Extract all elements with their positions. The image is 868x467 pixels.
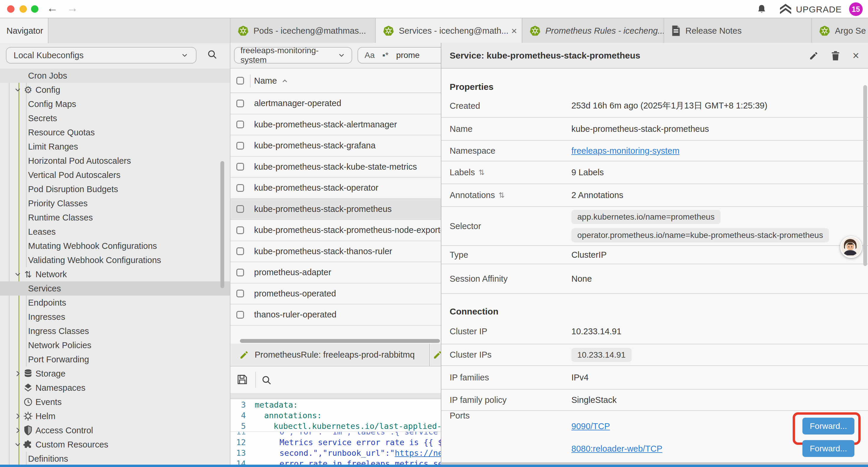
table-body: alertmanager-operatedkube-prometheus-sta… <box>230 93 441 326</box>
editor-tab-clipped[interactable] <box>430 344 441 366</box>
sidebar-item-storage[interactable]: Storage <box>0 367 230 381</box>
avatar[interactable] <box>840 236 862 258</box>
sidebar-item-cron-jobs[interactable]: Cron Jobs <box>0 68 230 83</box>
sidebar-item-port-forwarding[interactable]: Port Forwarding <box>0 352 230 367</box>
table-row-prometheus-adapter[interactable]: prometheus-adapter <box>230 262 441 284</box>
close-icon[interactable]: × <box>852 49 859 62</box>
table-row-prometheus-operated[interactable]: prometheus-operated <box>230 284 441 305</box>
table-row-kube-prometheus-stack-prometheus-node-exporter[interactable]: kube-prometheus-stack-prometheus-node-ex… <box>230 220 441 241</box>
table-row-thanos-ruler-operated[interactable]: thanos-ruler-operated <box>230 304 441 326</box>
detail-scrollbar[interactable] <box>863 85 867 266</box>
row-checkbox[interactable] <box>236 311 244 319</box>
sort-toggle-icon[interactable]: ⇅ <box>478 168 485 177</box>
tab-services-icecheng-math[interactable]: Services - icecheng@math...× <box>376 18 522 43</box>
search-icon[interactable] <box>207 49 217 60</box>
chevron-down-icon[interactable] <box>13 440 23 449</box>
sidebar-item-namespaces[interactable]: Namespaces <box>0 381 230 395</box>
horizontal-scrollbar[interactable] <box>240 339 440 343</box>
forward-button[interactable]: Forward... <box>802 440 855 457</box>
yaml-editor[interactable]: 3metadata:4annotations:5kubectl.kubernet… <box>230 400 441 467</box>
forward-button[interactable]: Forward... <box>802 418 855 435</box>
row-checkbox[interactable] <box>236 247 244 255</box>
detail-row-name: Namekube-prometheus-stack-prometheus <box>441 118 868 141</box>
sidebar-item-ingresses[interactable]: Ingresses <box>0 310 230 324</box>
sidebar-item-events[interactable]: Events <box>0 395 230 409</box>
table-row-kube-prometheus-stack-operator[interactable]: kube-prometheus-stack-operator <box>230 178 441 199</box>
sidebar-item-network[interactable]: ⇅Network <box>0 267 230 282</box>
sidebar-item-config-maps[interactable]: Config Maps <box>0 97 230 111</box>
sidebar-item-horizontal-pod-autoscalers[interactable]: Horizontal Pod Autoscalers <box>0 154 230 168</box>
chevron-down-icon[interactable] <box>13 270 23 279</box>
row-checkbox[interactable] <box>236 163 244 171</box>
case-sensitive-toggle[interactable]: Aa <box>365 51 375 60</box>
sidebar-item-endpoints[interactable]: Endpoints <box>0 296 230 310</box>
notification-badge[interactable]: 15 <box>849 2 863 16</box>
kubeconfig-selector[interactable]: Local Kubeconfigs <box>6 47 196 63</box>
table-row-kube-prometheus-stack-thanos-ruler[interactable]: kube-prometheus-stack-thanos-ruler <box>230 241 441 262</box>
row-checkbox[interactable] <box>236 121 244 128</box>
sidebar-item-access-control[interactable]: Access Control <box>0 423 230 437</box>
traffic-minimize-button[interactable] <box>20 5 27 13</box>
chevron-right-icon[interactable] <box>13 426 23 435</box>
sidebar-item-definitions[interactable]: Definitions <box>0 451 230 466</box>
row-checkbox[interactable] <box>236 226 244 234</box>
sidebar-item-secrets[interactable]: Secrets <box>0 111 230 125</box>
back-button[interactable]: ← <box>47 2 58 14</box>
sidebar-item-pod-disruption-budgets[interactable]: Pod Disruption Budgets <box>0 182 230 196</box>
namespace-selector[interactable]: freeleaps-monitoring-system <box>234 47 352 63</box>
save-icon[interactable] <box>236 374 248 385</box>
sidebar-item-leases[interactable]: Leases <box>0 225 230 239</box>
sidebar-item-ingress-classes[interactable]: Ingress Classes <box>0 324 230 338</box>
tab-release-notes[interactable]: Release Notes <box>664 18 812 43</box>
detail-link[interactable]: freeleaps-monitoring-system <box>571 146 680 156</box>
row-checkbox[interactable] <box>236 269 244 276</box>
search-input[interactable]: Aa ▪* prome <box>358 47 441 63</box>
bell-icon[interactable] <box>756 4 767 15</box>
chevron-right-icon[interactable] <box>13 412 23 420</box>
delete-trash-icon[interactable] <box>831 51 840 61</box>
row-checkbox[interactable] <box>236 99 244 107</box>
sidebar-item-config[interactable]: ⚙Config <box>0 83 230 97</box>
forward-button[interactable]: → <box>67 2 78 14</box>
row-checkbox[interactable] <box>236 205 244 213</box>
chevron-right-icon[interactable] <box>13 370 23 378</box>
table-row-alertmanager-operated[interactable]: alertmanager-operated <box>230 93 441 114</box>
sidebar-item-vertical-pod-autoscalers[interactable]: Vertical Pod Autoscalers <box>0 168 230 182</box>
sidebar-item-mutating-webhook-configurations[interactable]: Mutating Webhook Configurations <box>0 239 230 253</box>
column-header-name[interactable]: Name <box>254 68 289 93</box>
sidebar-item-validating-webhook-configurations[interactable]: Validating Webhook Configurations <box>0 253 230 267</box>
editor-tab-prometheusrule[interactable]: PrometheusRule: freeleaps-prod-rabbitmq <box>231 344 430 366</box>
sidebar-item-network-policies[interactable]: Network Policies <box>0 338 230 352</box>
row-checkbox[interactable] <box>236 184 244 192</box>
sidebar-item-helm[interactable]: Helm <box>0 409 230 423</box>
table-row-kube-prometheus-stack-grafana[interactable]: kube-prometheus-stack-grafana <box>230 135 441 157</box>
upgrade-button[interactable]: UPGRADE <box>779 4 842 15</box>
port-link[interactable]: 8080:reloader-web/TCP <box>571 444 662 454</box>
sidebar-item-services[interactable]: Services <box>0 282 230 296</box>
table-row-kube-prometheus-stack-prometheus[interactable]: kube-prometheus-stack-prometheus <box>230 199 441 220</box>
tab-argo-se[interactable]: Argo Se <box>812 18 868 43</box>
traffic-zoom-button[interactable] <box>31 5 38 13</box>
sidebar-item-custom-resources[interactable]: Custom Resources <box>0 437 230 451</box>
navigator-tab[interactable]: Navigator <box>0 18 49 43</box>
sidebar-item-limit-ranges[interactable]: Limit Ranges <box>0 140 230 154</box>
table-row-kube-prometheus-stack-kube-state-metrics[interactable]: kube-prometheus-stack-kube-state-metrics <box>230 157 441 178</box>
table-row-kube-prometheus-stack-alertmanager[interactable]: kube-prometheus-stack-alertmanager <box>230 114 441 136</box>
port-link[interactable]: 9090/TCP <box>571 421 610 431</box>
regex-toggle[interactable]: ▪* <box>382 51 389 60</box>
chevron-down-icon[interactable] <box>13 86 23 94</box>
sort-toggle-icon[interactable]: ⇅ <box>498 191 505 200</box>
sidebar-scrollbar[interactable] <box>220 161 224 288</box>
sidebar-item-runtime-classes[interactable]: Runtime Classes <box>0 210 230 225</box>
select-all-checkbox[interactable] <box>236 77 244 85</box>
edit-pencil-icon[interactable] <box>809 51 818 61</box>
search-icon[interactable] <box>261 375 272 385</box>
sidebar-item-priority-classes[interactable]: Priority Classes <box>0 196 230 210</box>
sidebar-item-resource-quotas[interactable]: Resource Quotas <box>0 125 230 140</box>
tab-prometheus-rules-icecheng[interactable]: Prometheus Rules - icecheng... <box>522 18 664 43</box>
traffic-close-button[interactable] <box>7 5 14 13</box>
close-icon[interactable]: × <box>511 25 517 37</box>
row-checkbox[interactable] <box>236 290 244 297</box>
tab-pods-icecheng-mathmas[interactable]: Pods - icecheng@mathmas... <box>230 18 376 43</box>
row-checkbox[interactable] <box>236 142 244 150</box>
